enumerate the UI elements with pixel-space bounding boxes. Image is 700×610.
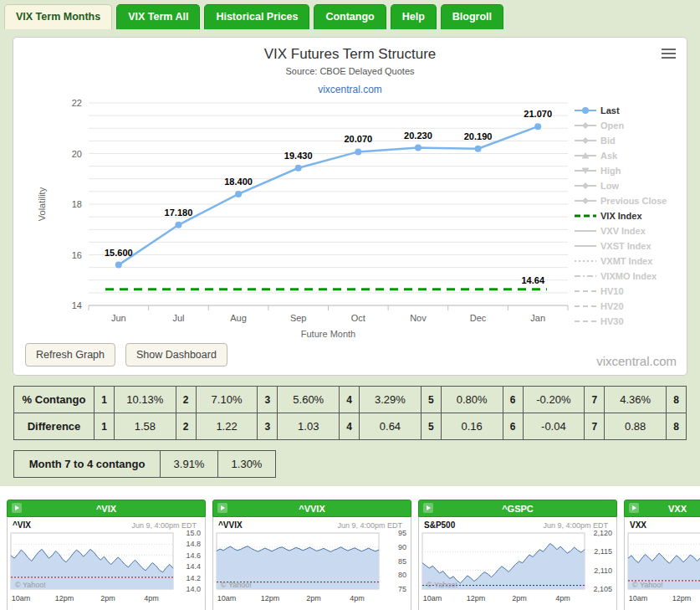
panel-buttons: Refresh Graph Show Dashboard [25,343,227,367]
widget-symbol-link[interactable]: VXX [668,504,687,514]
month-number-cell: 1 [95,413,115,440]
widget-expand-icon[interactable] [423,503,433,513]
svg-text:20.230: 20.230 [404,131,432,141]
legend-item-open[interactable]: Open [575,118,680,133]
widget-symbol-link[interactable]: ^VVIX [299,504,325,514]
legend-marker-icon [575,120,596,131]
svg-text:20.190: 20.190 [464,131,493,141]
legend-label: Low [600,181,619,191]
svg-text:15.0: 15.0 [186,531,201,537]
svg-text:20: 20 [72,149,82,159]
svg-text:75: 75 [398,585,406,593]
svg-text:80: 80 [398,571,406,579]
legend-marker-icon [575,226,596,236]
legend-item-last[interactable]: Last [575,103,680,118]
svg-text:Dec: Dec [470,313,487,323]
month7to4-table: Month 7 to 4 contango3.91%1.30% [13,450,276,478]
mini-intraday-chart: 959085807510am12pm2pm4pm© Yahoo! [215,531,409,604]
svg-text:12pm: 12pm [55,594,74,602]
legend-marker-icon [575,316,596,326]
legend-item-bid[interactable]: Bid [575,133,680,148]
widget-expand-icon[interactable] [217,503,227,513]
svg-text:10am: 10am [423,594,442,602]
contango-value-cell: 0.88 [605,413,667,440]
quote-widget-vxx: VXXVXX10am12pm2pm4pm© Yahoo! [624,500,700,610]
legend-marker-icon [575,286,596,296]
legend-label: Bid [600,136,616,146]
legend-item-hv10[interactable]: HV10 [575,284,680,299]
svg-text:14.2: 14.2 [186,574,201,582]
legend-marker-icon [575,241,596,251]
legend-item-hv20[interactable]: HV20 [575,299,680,314]
contango-table: % Contango110.13%27.10%35.60%43.29%50.80… [13,386,687,440]
contango-value-cell: 1.22 [196,413,258,440]
refresh-graph-button[interactable]: Refresh Graph [25,343,115,367]
widget-symbol-link[interactable]: ^VIX [96,504,116,514]
svg-text:2,105: 2,105 [593,585,612,593]
widget-symbol-link[interactable]: ^GSPC [502,504,534,514]
legend-label: Last [600,105,620,115]
legend-item-vxv-index[interactable]: VXV Index [575,223,680,238]
widget-chart-body: ^VIXJun 9, 4:00pm EDT15.014.814.614.414.… [7,517,206,610]
month7to4-label: Month 7 to 4 contango [14,451,161,478]
svg-text:95: 95 [398,531,406,537]
svg-text:21.070: 21.070 [524,109,552,119]
widget-chart-label: ^VIX [13,520,31,530]
legend-item-vixmo-index[interactable]: VIXMO Index [575,269,680,284]
legend-item-previous-close[interactable]: Previous Close [575,193,680,208]
contango-value-cell: 7.10% [196,387,258,413]
mini-intraday-chart: 10am12pm2pm4pm© Yahoo! [626,531,700,604]
tab-vix-term-months[interactable]: VIX Term Months [4,4,112,29]
svg-text:4pm: 4pm [144,594,159,602]
month7to4-value: 3.91% [161,451,218,478]
legend-label: VIXMO Index [600,271,657,281]
legend-item-vxst-index[interactable]: VXST Index [575,238,680,254]
svg-text:Sep: Sep [290,313,307,323]
quote-widget-vix: ^VIX^VIXJun 9, 4:00pm EDT15.014.814.614.… [7,500,206,610]
contango-value-cell: -0.20% [523,387,585,413]
widget-chart-label: S&P500 [424,520,455,530]
vixcentral-page: VIX Term Months VIX Term All Historical … [0,0,700,610]
svg-text:18: 18 [72,199,82,209]
tab-historical-prices[interactable]: Historical Prices [204,4,309,29]
month-number-cell: 2 [176,413,196,440]
legend-marker-icon [575,256,596,266]
legend-marker-icon [575,151,596,161]
svg-text:Oct: Oct [351,313,365,323]
tab-blogroll[interactable]: Blogroll [441,4,503,29]
legend-item-hv30[interactable]: HV30 [575,314,680,329]
svg-text:2pm: 2pm [306,594,321,602]
legend-item-vix-index[interactable]: VIX Index [575,208,680,223]
tab-help[interactable]: Help [391,4,437,29]
month-number-cell: 2 [176,387,196,413]
show-dashboard-button[interactable]: Show Dashboard [125,343,227,367]
widget-expand-icon[interactable] [629,503,639,513]
legend-item-low[interactable]: Low [575,178,680,193]
tab-bar: VIX Term Months VIX Term All Historical … [0,0,700,29]
contango-value-cell: 0.80% [441,387,503,413]
tab-contango[interactable]: Contango [314,4,386,29]
svg-text:16: 16 [72,250,82,260]
chart-title: VIX Futures Term Structure [13,46,687,63]
svg-text:18.400: 18.400 [224,177,253,187]
legend-marker-icon [575,211,596,221]
legend-item-ask[interactable]: Ask [575,148,680,163]
contango-table-row: % Contango110.13%27.10%35.60%43.29%50.80… [14,387,687,413]
legend-item-high[interactable]: High [575,163,680,178]
svg-text:17.180: 17.180 [165,208,193,218]
month7to4-value: 1.30% [218,451,276,478]
contango-table-row: Difference11.5821.2231.0340.6450.166-0.0… [14,413,687,440]
svg-text:14.8: 14.8 [186,540,201,548]
svg-text:Future Month: Future Month [301,329,355,339]
svg-text:15.600: 15.600 [105,248,133,258]
contango-value-cell: 0.16 [441,413,503,440]
svg-text:2,110: 2,110 [594,566,612,575]
contango-value-cell: 4.36% [605,387,667,413]
tab-vix-term-all[interactable]: VIX Term All [116,4,200,29]
svg-text:Jul: Jul [172,313,184,323]
svg-text:12pm: 12pm [467,594,486,602]
legend-item-vxmt-index[interactable]: VXMT Index [575,254,680,269]
month-number-cell: 6 [503,387,523,413]
widget-header: ^GSPC [418,500,617,517]
widget-expand-icon[interactable] [12,503,22,513]
